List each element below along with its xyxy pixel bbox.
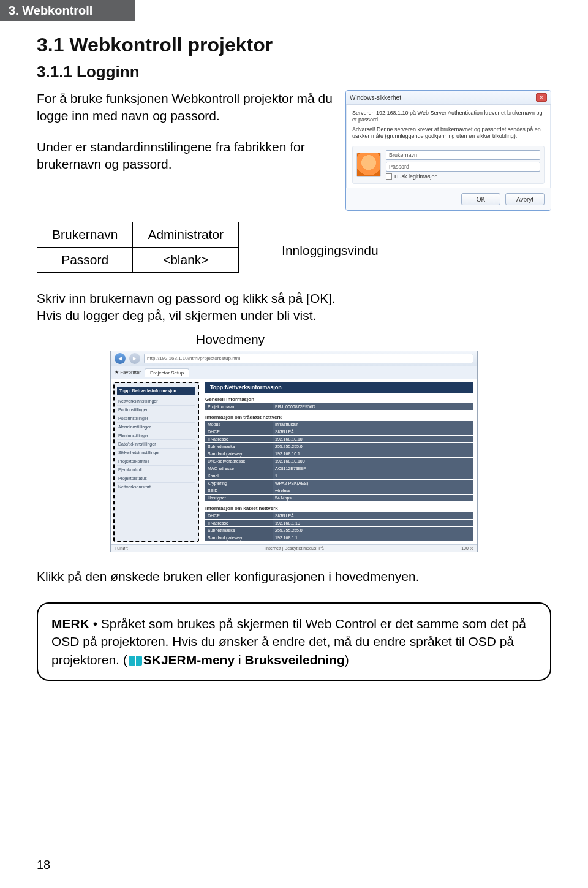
browser-screenshot: ◄ ► http://192.168.1.10/html/projectorse… [110,351,478,552]
back-icon[interactable]: ◄ [115,353,126,364]
status-zoom: 100 % [461,546,473,550]
info-value: 192.168.10.1 [273,450,473,458]
user-avatar-icon [356,153,381,177]
status-internet: Internett | Beskyttet modus: På [265,546,324,550]
info-value: AC8112E73E9F [273,465,473,472]
info-value: 192.168.1.10 [273,520,473,527]
close-icon[interactable]: × [536,93,547,102]
sidebar-item[interactable]: Planinnstillinger [117,431,195,440]
page-banner: Topp:Nettverksinformasjon [205,382,473,393]
info-row: MAC-adresseAC8112E73E9F [205,465,473,472]
info-value: 192.168.1.1 [273,534,473,542]
info-row: Kanal1 [205,472,473,480]
after-login-line1: Skriv inn brukernavn og passord og klikk… [37,291,336,305]
after-login-line2: Hvis du logger deg på, vil skjermen unde… [37,308,316,322]
sidebar-item[interactable]: Nettverksinnstillinger [117,397,195,406]
info-key: Subnettmaske [205,443,273,450]
heading-1: 3.1 Webkontroll projektor [37,34,551,56]
username-input[interactable]: Brukernavn [386,150,540,160]
table-row: Passord <blank> [37,248,239,273]
info-key: Subnettmaske [205,527,273,534]
login-dialog-text-2: Advarsel! Denne serveren krever at bruke… [352,126,545,140]
info-key: Hastighet [205,495,273,502]
cred-user-label: Brukernavn [37,222,133,248]
sidebar-item[interactable]: Sikkerhetsinnstillinger [117,449,195,457]
sidebar-item[interactable]: Portinnstillinger [117,406,195,414]
info-row: ProjektornavnPRJ_0000872E956D [205,403,473,411]
info-value: 255.255.255.0 [273,527,473,534]
cred-pass-label: Passord [37,248,133,273]
cancel-button[interactable]: Avbryt [505,193,545,205]
login-dialog-title: Windows-sikkerhet [350,94,401,101]
browser-tab[interactable]: Projector Setup [145,368,189,377]
heading-2: 3.1.1 Logginn [37,63,551,82]
info-row: ModusInfrastruktur [205,421,473,428]
click-instruction: Klikk på den ønskede bruken eller konfig… [37,568,551,585]
info-key: DHCP [205,512,273,520]
sidebar-item[interactable]: Alarminnstillinger [117,423,195,431]
sidebar-header: Topp: Nettverksinformasjon [117,387,195,395]
book-icon [129,656,142,666]
info-row: Standard gateway192.168.10.1 [205,450,473,458]
sidebar-item[interactable]: Fjernkontroll [117,466,195,474]
login-caption: Innloggingsvindu [282,243,379,258]
info-key: SSID [205,487,273,495]
address-bar[interactable]: http://192.168.1.10/html/projectorsetup.… [144,354,473,363]
main-menu-sidebar: Topp: Nettverksinformasjon Nettverksinns… [113,382,199,542]
note-ref1: SKJERM-meny [143,653,235,667]
info-row: DNS-serveradresse192.168.10.100 [205,458,473,465]
note-merk: MERK [51,617,89,631]
info-value: 54 Mbps [273,495,473,502]
info-key: Standard gateway [205,534,273,542]
sidebar-item[interactable]: Nettverksomstart [117,483,195,491]
info-key: Standard gateway [205,450,273,458]
favorites-label: ★ Favoritter [115,370,141,375]
pointer-line [224,349,224,401]
info-row: Subnettmaske255.255.255.0 [205,443,473,450]
info-value: SKRU PÅ [273,428,473,436]
forward-icon[interactable]: ► [129,353,140,364]
cred-pass-value: <blank> [133,248,239,273]
info-key: MAC-adresse [205,465,273,472]
info-value: wireless [273,487,473,495]
info-row: IP-adresse192.168.10.10 [205,436,473,443]
info-row: Hastighet54 Mbps [205,495,473,502]
hovedmeny-label: Hovedmeny [196,332,551,347]
info-value: 192.168.10.10 [273,436,473,443]
sidebar-item[interactable]: Projektorstatus [117,474,195,483]
note-body-2: i [235,653,244,667]
sidebar-item[interactable]: Dato/tid-innstillinger [117,440,195,449]
cred-user-value: Administrator [133,222,239,248]
ok-button[interactable]: OK [461,193,500,205]
section-general: Generell informasjon [205,393,473,403]
sidebar-item[interactable]: Postinnstillinger [117,414,195,423]
password-input[interactable]: Passord [386,162,540,172]
intro-paragraph-2: Under er standardinnstilingene fra fabri… [37,139,333,173]
info-value: 192.168.10.100 [273,458,473,465]
status-done: Fullført [115,546,128,550]
info-value: 1 [273,472,473,480]
section-wired: Informasjon om kablet nettverk [205,502,473,512]
info-row: Standard gateway192.168.1.1 [205,534,473,542]
remember-checkbox[interactable] [386,173,392,180]
section-tag: 3. Webkontroll [0,0,135,21]
note-box: MERK • Språket som brukes på skjermen ti… [37,602,551,681]
credentials-table: Brukernavn Administrator Passord <blank> [37,222,239,273]
info-value: PRJ_0000872E956D [273,403,473,411]
info-row: Subnettmaske255.255.255.0 [205,527,473,534]
login-dialog-text-1: Serveren 192.168.1.10 på Web Server Auth… [352,110,545,124]
info-key: Modus [205,421,273,428]
info-key: Projektornavn [205,403,273,411]
login-dialog: Windows-sikkerhet × Serveren 192.168.1.1… [345,90,551,211]
info-row: DHCPSKRU PÅ [205,512,473,520]
info-key: Kanal [205,472,273,480]
info-row: DHCPSKRU PÅ [205,428,473,436]
remember-label: Husk legitimasjon [394,173,438,180]
info-value: Infrastruktur [273,421,473,428]
info-row: IP-adresse192.168.1.10 [205,520,473,527]
section-wifi: Informasjon om trådløst nettverk [205,411,473,421]
sidebar-item[interactable]: Projektorkontroll [117,457,195,466]
info-value: WPA2-PSK(AES) [273,480,473,487]
info-row: SSIDwireless [205,487,473,495]
info-value: 255.255.255.0 [273,443,473,450]
